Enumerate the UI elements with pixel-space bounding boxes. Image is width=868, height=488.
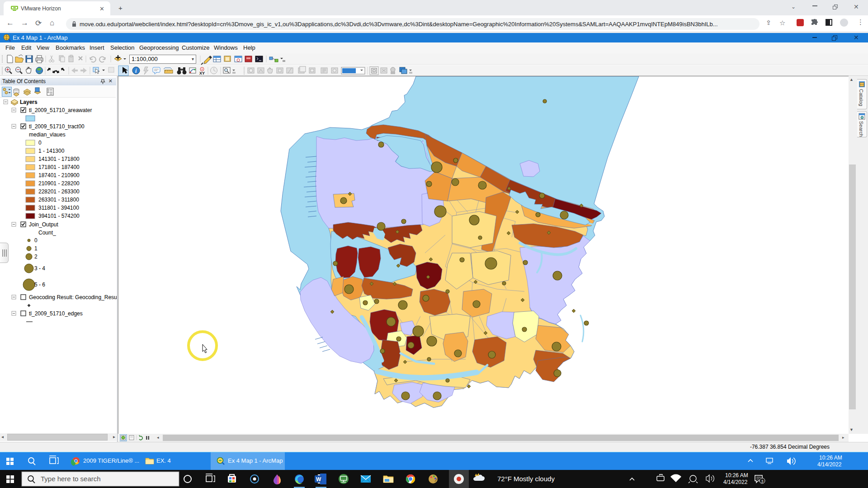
- svg-text:XY: XY: [199, 71, 205, 75]
- svg-text:tl_2009_51710_tract00: tl_2009_51710_tract00: [29, 123, 85, 130]
- svg-text:141301 - 171800: 141301 - 171800: [38, 156, 80, 162]
- svg-text:Count_: Count_: [38, 230, 56, 236]
- svg-text:0: 0: [34, 237, 38, 244]
- svg-text:228201 - 263300: 228201 - 263300: [38, 188, 80, 195]
- svg-text:4/14/2022: 4/14/2022: [817, 461, 842, 468]
- svg-text:2009 TIGER/Line® ...: 2009 TIGER/Line® ...: [83, 457, 139, 464]
- svg-text:1 - 141300: 1 - 141300: [38, 148, 65, 154]
- svg-text:2: 2: [34, 253, 38, 260]
- svg-text:5 - 6: 5 - 6: [34, 282, 45, 288]
- svg-text:tl_2009_51710_edges: tl_2009_51710_edges: [29, 310, 83, 317]
- svg-text:Geocoding Result: Geocoding_Re: Geocoding Result: Geocoding_Result: [29, 294, 117, 300]
- svg-text:187401 - 210900: 187401 - 210900: [38, 172, 80, 178]
- svg-text:263301 - 311800: 263301 - 311800: [38, 197, 79, 203]
- svg-text:3 - 4: 3 - 4: [34, 265, 45, 272]
- svg-text:171801 - 187400: 171801 - 187400: [38, 164, 80, 170]
- svg-text:Layers: Layers: [20, 99, 38, 105]
- svg-text:10:26 AM: 10:26 AM: [725, 472, 748, 479]
- svg-text:4/14/2022: 4/14/2022: [723, 479, 748, 485]
- svg-text:Join_Output: Join_Output: [29, 221, 58, 228]
- svg-text:311801 - 394100: 311801 - 394100: [38, 205, 79, 211]
- svg-text:10:26 AM: 10:26 AM: [819, 455, 842, 461]
- svg-text:72°F Mostly cloudy: 72°F Mostly cloudy: [497, 475, 555, 483]
- svg-text:1: 1: [34, 245, 38, 252]
- svg-text:Type here to search: Type here to search: [41, 475, 101, 483]
- svg-text:W: W: [316, 476, 321, 483]
- svg-text:Ex 4 Map 1 - ArcMap: Ex 4 Map 1 - ArcMap: [228, 457, 283, 464]
- svg-text:EX. 4: EX. 4: [156, 457, 171, 464]
- svg-text:tl_2009_51710_areawater: tl_2009_51710_areawater: [29, 107, 92, 113]
- svg-text:394101 - 574200: 394101 - 574200: [38, 213, 80, 219]
- svg-text:median_vlaues: median_vlaues: [29, 131, 66, 138]
- svg-text:3: 3: [761, 479, 764, 483]
- svg-text:210901 - 228200: 210901 - 228200: [38, 180, 80, 187]
- svg-text:0: 0: [38, 140, 42, 146]
